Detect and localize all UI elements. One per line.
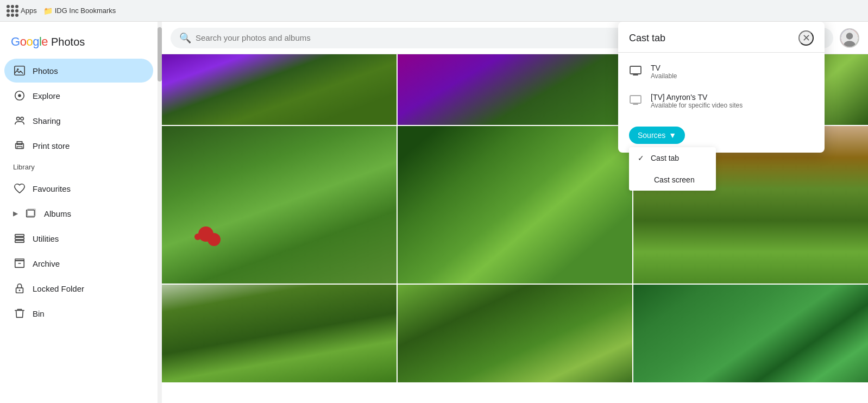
google-logo: Google [11, 35, 48, 49]
scrollbar-track[interactable] [158, 22, 162, 403]
sidebar-item-sharing-label: Sharing [33, 116, 61, 125]
albums-icon [24, 207, 37, 220]
browser-bar: Apps 📁 IDG Inc Bookmarks [0, 0, 868, 22]
albums-expand-icon: ▶ [13, 210, 18, 217]
favourites-icon [13, 182, 26, 195]
utilities-icon [13, 232, 26, 245]
bookmarks-label: IDG Inc Bookmarks [55, 7, 116, 15]
sidebar-item-locked-folder[interactable]: Locked Folder [4, 276, 153, 300]
svg-point-17 [19, 289, 21, 291]
locked-folder-icon [13, 282, 26, 295]
sidebar-item-sharing[interactable]: Sharing [4, 109, 153, 133]
sidebar-item-bin-label: Bin [33, 309, 45, 318]
sidebar-item-archive-label: Archive [33, 259, 60, 268]
svg-point-3 [18, 94, 21, 97]
svg-rect-14 [15, 261, 24, 268]
photos-icon [13, 64, 26, 77]
cast-device-tv-status: Available [651, 72, 677, 80]
svg-point-1 [17, 68, 19, 71]
cast-device-tv[interactable]: TV Available [618, 57, 825, 86]
svg-rect-22 [630, 96, 641, 103]
photo-cell[interactable] [398, 126, 632, 284]
dropdown-item-cast-screen[interactable]: Cast screen [629, 169, 716, 191]
svg-rect-13 [15, 241, 24, 243]
sidebar-item-photos-label: Photos [33, 66, 58, 75]
cast-device-anyron-info: [TV] Anyron's TV Available for specific … [651, 93, 743, 109]
sources-dropdown-arrow: ▼ [669, 131, 676, 140]
sidebar-item-bin[interactable]: Bin [4, 301, 153, 325]
svg-point-5 [21, 117, 24, 121]
sidebar-item-explore[interactable]: Explore [4, 84, 153, 108]
apps-grid-icon [7, 5, 18, 17]
app-container: Google Photos Photos Explore Sharing [0, 22, 868, 403]
sources-dropdown: ✓ Cast tab Cast screen [629, 147, 716, 191]
apps-button[interactable]: Apps [7, 5, 37, 17]
sidebar-item-print-store[interactable]: Print store [4, 134, 153, 158]
tv-monitor-icon [629, 64, 642, 80]
svg-rect-0 [15, 66, 24, 75]
sidebar-item-albums-label: Albums [44, 209, 71, 218]
sidebar: Google Photos Photos Explore Sharing [0, 22, 158, 403]
svg-point-4 [17, 117, 20, 121]
photo-cell[interactable] [398, 285, 632, 382]
cast-device-anyron[interactable]: [TV] Anyron's TV Available for specific … [618, 86, 825, 116]
cast-device-tv-name: TV [651, 64, 677, 72]
sidebar-item-utilities[interactable]: Utilities [4, 226, 153, 250]
svg-rect-7 [17, 142, 22, 145]
sidebar-item-explore-label: Explore [33, 91, 60, 100]
anyron-tv-monitor-icon [629, 93, 642, 109]
photo-cell[interactable] [633, 285, 868, 382]
svg-rect-8 [17, 147, 22, 149]
sidebar-item-locked-folder-label: Locked Folder [33, 284, 84, 293]
sharing-icon [13, 114, 26, 127]
photo-cell[interactable] [162, 54, 397, 125]
logo-area: Google Photos [0, 26, 158, 58]
svg-rect-15 [15, 259, 24, 261]
product-name: Photos [51, 36, 85, 48]
cast-tab-check-icon: ✓ [638, 154, 644, 162]
bookmarks-icon: 📁 [43, 7, 53, 15]
cast-close-button[interactable]: ✕ [798, 30, 814, 46]
archive-icon [13, 257, 26, 270]
sidebar-item-print-store-label: Print store [33, 141, 70, 150]
dropdown-item-cast-screen-label: Cast screen [654, 175, 695, 184]
dropdown-item-cast-tab[interactable]: ✓ Cast tab [629, 147, 716, 169]
search-icon: 🔍 [179, 32, 191, 44]
print-store-icon [13, 139, 26, 152]
sidebar-item-utilities-label: Utilities [33, 234, 59, 243]
content-wrapper: 🔍 [158, 22, 868, 403]
avatar[interactable] [840, 28, 859, 48]
dropdown-item-cast-tab-label: Cast tab [651, 154, 679, 162]
sources-button[interactable]: Sources ▼ [629, 127, 685, 144]
cast-device-tv-info: TV Available [651, 64, 677, 80]
svg-rect-11 [15, 235, 24, 237]
explore-icon [13, 89, 26, 102]
sidebar-item-albums[interactable]: ▶ Albums [4, 202, 153, 225]
sidebar-item-photos[interactable]: Photos [4, 59, 153, 83]
scrollbar-thumb[interactable] [158, 27, 162, 81]
photo-cell[interactable] [162, 285, 397, 382]
cast-device-anyron-status: Available for specific video sites [651, 102, 743, 109]
bin-icon [13, 307, 26, 320]
cast-sources-area: Sources ▼ ✓ Cast tab Cast screen [618, 120, 825, 153]
grid-row-bottom [162, 285, 868, 382]
cast-panel: Cast tab ✕ TV Available [618, 22, 825, 153]
apps-label: Apps [21, 7, 37, 15]
cast-panel-title: Cast tab [629, 33, 665, 44]
sidebar-item-archive[interactable]: Archive [4, 251, 153, 275]
sidebar-item-favourites[interactable]: Favourites [4, 177, 153, 200]
photo-cell[interactable] [162, 126, 397, 284]
library-label: Library [0, 159, 158, 175]
sources-button-label: Sources [638, 131, 665, 140]
svg-rect-12 [15, 237, 24, 240]
cast-device-anyron-name: [TV] Anyron's TV [651, 93, 743, 102]
cast-device-list: TV Available [TV] Anyron's TV Available … [618, 53, 825, 120]
bookmarks-item[interactable]: 📁 IDG Inc Bookmarks [43, 7, 116, 15]
sidebar-item-favourites-label: Favourites [33, 184, 71, 193]
svg-rect-21 [630, 66, 641, 74]
cast-panel-header: Cast tab ✕ [618, 22, 825, 53]
svg-point-19 [846, 33, 853, 39]
photo-cell[interactable] [398, 54, 632, 125]
